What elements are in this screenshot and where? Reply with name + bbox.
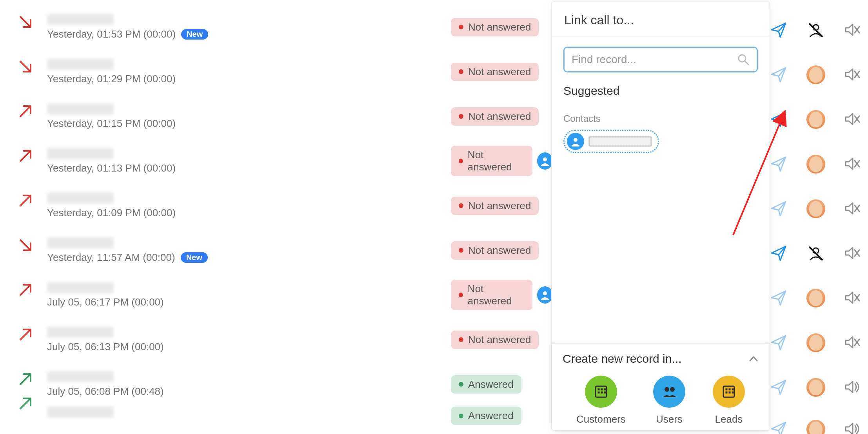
create-record-section: Create new record in... Customers Users … — [552, 343, 770, 430]
call-status-badge: Not answered — [451, 331, 539, 349]
assigned-user-avatar[interactable] — [806, 65, 825, 84]
call-row[interactable]: Yesterday, 01:53 PM (00:00)NewNot answer… — [4, 5, 553, 49]
link-call-icon[interactable] — [770, 22, 788, 39]
create-record-title: Create new record in... — [563, 352, 681, 365]
call-row[interactable]: July 05, 06:08 PM (00:48)Answered — [4, 362, 553, 407]
recording-mute-icon[interactable] — [844, 290, 861, 306]
unassigned-user-icon[interactable] — [806, 21, 825, 40]
recording-mute-icon[interactable] — [844, 111, 861, 128]
recording-mute-icon[interactable] — [844, 245, 861, 262]
building-icon — [585, 376, 617, 408]
suggested-contact-chip[interactable] — [563, 130, 659, 153]
search-icon — [737, 53, 750, 66]
phone-number-redacted — [47, 148, 114, 159]
outgoing-missed-arrow-icon — [18, 327, 33, 342]
call-row[interactable]: July 05, 06:13 PM (00:00)Not answered — [4, 317, 553, 362]
call-time: Yesterday, 11:57 AM (00:00) — [47, 251, 175, 264]
incoming-missed-arrow-icon — [18, 238, 33, 252]
call-status-badge: Not answered — [451, 197, 539, 215]
create-record-header[interactable]: Create new record in... — [563, 352, 759, 365]
call-row[interactable]: Yesterday, 01:15 PM (00:00)Not answered — [4, 94, 553, 139]
assigned-user-avatar[interactable] — [806, 110, 825, 129]
link-call-icon[interactable] — [770, 289, 788, 307]
new-badge: New — [181, 252, 208, 263]
call-time: Yesterday, 01:29 PM (00:00) — [47, 73, 176, 85]
recording-available-icon[interactable] — [844, 379, 861, 396]
link-call-icon[interactable] — [770, 421, 788, 434]
linked-contact-icon[interactable] — [537, 286, 553, 304]
assigned-user-avatar[interactable] — [806, 199, 825, 218]
person-icon — [567, 133, 584, 150]
phone-number-redacted — [47, 371, 114, 382]
call-time: July 05, 06:08 PM (00:48) — [47, 385, 164, 398]
phone-number-redacted — [47, 103, 114, 114]
unassigned-user-icon[interactable] — [806, 244, 825, 263]
create-users-button[interactable]: Users — [653, 376, 685, 425]
suggested-heading: Suggested — [563, 84, 758, 98]
create-leads-button[interactable]: Leads — [713, 376, 745, 425]
call-status-badge: Not answered — [451, 18, 539, 36]
outgoing-missed-arrow-icon — [18, 104, 33, 118]
call-row[interactable]: Yesterday, 01:13 PM (00:00)Not answered — [4, 139, 553, 183]
link-call-icon[interactable] — [770, 200, 788, 217]
link-call-icon[interactable] — [770, 245, 788, 262]
phone-number-redacted — [47, 282, 114, 293]
outgoing-missed-arrow-icon — [18, 193, 33, 208]
search-record-input[interactable] — [572, 53, 733, 66]
call-row[interactable]: Answered — [4, 407, 553, 434]
link-call-popup: Link call to... Suggested Contacts Creat… — [551, 2, 770, 430]
recording-mute-icon[interactable] — [844, 22, 861, 38]
phone-number-redacted — [47, 59, 114, 70]
call-status-badge: Answered — [451, 375, 521, 394]
incoming-answered-arrow-icon — [18, 372, 33, 386]
incoming-missed-arrow-icon — [18, 60, 33, 74]
link-call-icon[interactable] — [770, 66, 788, 83]
contact-name-redacted — [589, 136, 652, 146]
assigned-user-avatar[interactable] — [806, 333, 825, 352]
new-badge: New — [181, 29, 208, 40]
recording-mute-icon[interactable] — [844, 335, 861, 351]
assigned-user-avatar[interactable] — [806, 289, 825, 307]
recording-available-icon[interactable] — [844, 421, 861, 434]
assigned-user-avatar[interactable] — [806, 420, 825, 434]
call-row[interactable]: Yesterday, 01:29 PM (00:00)Not answered — [4, 49, 553, 94]
contacts-label: Contacts — [563, 113, 758, 124]
create-customers-button[interactable]: Customers — [576, 376, 626, 425]
call-status-badge: Not answered — [451, 146, 532, 176]
recording-mute-icon[interactable] — [844, 156, 861, 172]
group-icon — [653, 376, 685, 408]
outgoing-missed-arrow-icon — [18, 283, 33, 297]
recording-mute-icon[interactable] — [844, 67, 861, 83]
call-status-badge: Not answered — [451, 280, 532, 310]
call-action-row — [770, 186, 868, 231]
phone-number-redacted — [47, 327, 114, 338]
outgoing-missed-arrow-icon — [18, 149, 33, 163]
call-time: July 05, 06:13 PM (00:00) — [47, 341, 164, 353]
call-action-row — [770, 276, 868, 320]
call-time: Yesterday, 01:13 PM (00:00) — [47, 162, 176, 174]
call-action-row — [770, 231, 868, 276]
linked-contact-icon[interactable] — [537, 152, 553, 170]
create-leads-label: Leads — [715, 413, 743, 425]
call-row[interactable]: Yesterday, 11:57 AM (00:00)NewNot answer… — [4, 228, 553, 273]
call-list: Yesterday, 01:53 PM (00:00)NewNot answer… — [0, 5, 553, 434]
incoming-answered-arrow-icon — [18, 396, 33, 410]
link-call-icon[interactable] — [770, 111, 788, 128]
call-time: Yesterday, 01:15 PM (00:00) — [47, 118, 176, 130]
phone-number-redacted — [47, 14, 114, 25]
link-call-icon[interactable] — [770, 379, 788, 396]
call-action-row — [770, 410, 868, 434]
search-record-box[interactable] — [563, 47, 758, 72]
assigned-user-avatar[interactable] — [806, 378, 825, 397]
call-row[interactable]: Yesterday, 01:09 PM (00:00)Not answered — [4, 183, 553, 228]
assigned-user-avatar[interactable] — [806, 155, 825, 174]
call-action-row — [770, 52, 868, 97]
link-call-icon[interactable] — [770, 334, 788, 351]
link-call-icon[interactable] — [770, 156, 788, 173]
chevron-up-icon — [748, 354, 759, 364]
call-action-row — [770, 97, 868, 142]
call-action-icons — [770, 8, 868, 434]
call-row[interactable]: July 05, 06:17 PM (00:00)Not answered — [4, 273, 553, 317]
recording-mute-icon[interactable] — [844, 201, 861, 217]
call-time: Yesterday, 01:53 PM (00:00) — [47, 28, 176, 40]
